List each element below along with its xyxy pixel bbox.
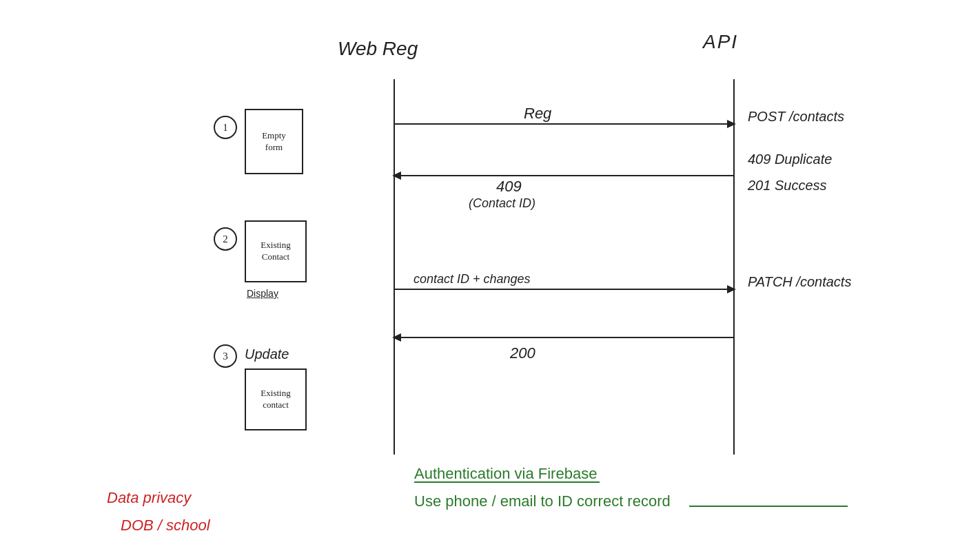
auth-line1: Authentication via Firebase xyxy=(414,465,597,483)
step3-number: 3 xyxy=(223,351,228,362)
contact-id-changes-label: contact ID + changes xyxy=(414,272,531,287)
ok-code-label: 200 xyxy=(510,344,535,362)
web-reg-label: Web Reg xyxy=(338,38,418,60)
step3-circle: 3 xyxy=(214,344,237,368)
patch-contacts-label: PATCH /contacts xyxy=(748,274,851,290)
svg-marker-3 xyxy=(727,120,736,128)
step1-circle: 1 xyxy=(214,116,237,139)
code-201-label: 201 Success xyxy=(748,178,827,194)
step3-title: Update xyxy=(245,346,289,362)
svg-marker-5 xyxy=(392,171,401,180)
code-409-label: 409 Duplicate xyxy=(748,152,832,167)
step2-number: 2 xyxy=(223,233,228,245)
step2-circle: 2 xyxy=(214,227,237,251)
data-privacy-label: Data privacy xyxy=(107,489,191,507)
step1-box: Emptyform xyxy=(245,109,303,174)
diagram-canvas: Web Reg API 1 Emptyform 2 ExistingContac… xyxy=(0,0,980,551)
step2-box: ExistingContact xyxy=(245,220,307,282)
step3-box: Existingcontact xyxy=(245,368,307,430)
svg-marker-9 xyxy=(392,333,401,342)
post-contacts-label: POST /contacts xyxy=(748,109,844,125)
contact-id-label: (Contact ID) xyxy=(469,196,535,211)
svg-marker-7 xyxy=(727,285,736,293)
conflict-code-label: 409 xyxy=(496,178,522,196)
reg-arrow-label: Reg xyxy=(524,105,551,123)
auth-line2: Use phone / email to ID correct record xyxy=(414,492,671,510)
step1-number: 1 xyxy=(223,122,228,134)
dob-school-label: DOB / school xyxy=(121,517,210,534)
step2-display-label: Display xyxy=(247,288,278,299)
api-label: API xyxy=(703,31,738,53)
